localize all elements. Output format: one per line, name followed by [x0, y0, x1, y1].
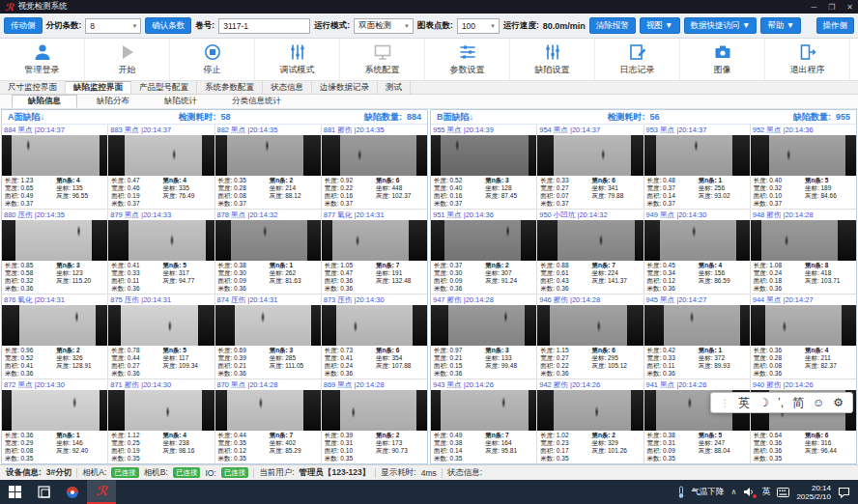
defect-card[interactable]: 944 黑点 |20:14:27 长度: 0.36 宽度: 0.28 面积: 0… [751, 294, 856, 378]
roll-input[interactable]: 3117-1 [218, 18, 310, 34]
defect-card[interactable]: 874 压伤 |20:14:31 长度: 0.69 宽度: 0.39 面积: 0… [215, 294, 321, 378]
defect-image[interactable] [215, 305, 321, 346]
defect-image[interactable] [537, 135, 643, 176]
defect-card[interactable]: 946 擦伤 |20:14:28 长度: 1.15 宽度: 0.27 面积: 0… [537, 294, 643, 378]
ribbon-button-play[interactable]: 开始 [85, 39, 170, 80]
defect-image[interactable] [431, 305, 536, 346]
clear-alarm-button[interactable]: 清除报警 [589, 17, 636, 34]
drive-side-button[interactable]: 传动侧 [4, 17, 43, 34]
ribbon-button-debug[interactable]: 调试模式 [255, 39, 340, 80]
maximize-button[interactable]: ❐ [828, 3, 835, 12]
ime-simplified[interactable]: 简 [792, 395, 804, 411]
defect-image[interactable] [215, 135, 321, 176]
tab-1[interactable]: 缺陷监控界面 [66, 81, 131, 94]
defect-card[interactable]: 884 黑点 |20:14:37 长度: 1.23 宽度: 0.65 面积: 0… [2, 125, 107, 209]
defect-image[interactable] [2, 390, 107, 431]
ribbon-button-monitor[interactable]: 系统配置 [340, 39, 425, 80]
sound-tray-button[interactable] [743, 487, 755, 497]
taskbar-clock[interactable]: 20:14 2025/2/10 [796, 484, 831, 501]
defect-card[interactable]: 877 氧化 |20:14:31 长度: 1.05 宽度: 0.47 面积: 0… [322, 210, 427, 294]
defect-image[interactable] [751, 220, 856, 261]
defect-card[interactable]: 871 擦伤 |20:14:30 长度: 1.12 宽度: 0.25 面积: 0… [108, 379, 214, 463]
defect-card[interactable]: 879 黑点 |20:14:33 长度: 0.41 宽度: 0.33 面积: 0… [108, 210, 214, 294]
app-taskbar-button[interactable]: ℛ [87, 480, 116, 504]
touch-keyboard-icon[interactable] [777, 488, 789, 497]
data-access-menu-button[interactable]: 数据快捷访问 ▼ [684, 17, 758, 34]
defect-card[interactable]: 875 压伤 |20:14:31 长度: 0.78 宽度: 0.44 面积: 0… [108, 294, 214, 378]
tab-3[interactable]: 系统参数配置 [197, 81, 263, 94]
defect-image[interactable] [537, 220, 643, 261]
defect-card[interactable]: 947 擦伤 |20:14:28 长度: 0.97 宽度: 0.21 面积: 0… [431, 294, 536, 378]
defect-image[interactable] [108, 305, 214, 346]
defect-image[interactable] [322, 135, 427, 176]
defect-image[interactable] [644, 135, 750, 176]
ime-lang-en[interactable]: 英 [738, 395, 750, 411]
defect-card[interactable]: 945 黑点 |20:14:27 长度: 0.42 宽度: 0.33 面积: 0… [644, 294, 750, 378]
defect-image[interactable] [2, 135, 107, 176]
defect-card[interactable]: 942 擦伤 |20:14:26 长度: 1.02 宽度: 0.23 面积: 0… [537, 379, 643, 463]
run-mode-select[interactable]: 双面检测 ▼ [354, 18, 414, 34]
ribbon-button-camera[interactable]: 图像 [680, 39, 765, 80]
confirm-count-button[interactable]: 确认条数 [145, 17, 191, 34]
defect-card[interactable]: 952 黑点 |20:14:36 长度: 0.40 宽度: 0.32 面积: 0… [751, 125, 856, 209]
action-center-icon[interactable] [838, 487, 850, 498]
ime-emoji-icon[interactable]: ☺ [813, 396, 824, 409]
defect-card[interactable]: 881 擦伤 |20:14:35 长度: 0.92 宽度: 0.22 面积: 0… [322, 125, 427, 209]
defect-image[interactable] [431, 390, 536, 431]
defect-card[interactable]: 950 小凹坑 |20:14:32 长度: 0.88 宽度: 0.61 面积: … [537, 210, 643, 294]
ime-language-indicator[interactable]: 英 [761, 486, 770, 498]
defect-card[interactable]: 955 黑点 |20:14:39 长度: 0.52 宽度: 0.40 面积: 0… [431, 125, 536, 209]
defect-card[interactable]: 949 黑点 |20:14:30 长度: 0.45 宽度: 0.34 面积: 0… [644, 210, 750, 294]
defect-image[interactable] [2, 220, 107, 261]
ime-moon-icon[interactable]: ☽ [758, 396, 769, 409]
defect-image[interactable] [431, 135, 536, 176]
defect-image[interactable] [322, 305, 427, 346]
subtab-0[interactable]: 缺陷信息 [12, 95, 77, 108]
defect-card[interactable]: 870 黑点 |20:14:28 长度: 0.44 宽度: 0.35 面积: 0… [215, 379, 321, 463]
defect-image[interactable] [537, 390, 643, 431]
subtab-3[interactable]: 分类信息统计 [216, 95, 297, 108]
defect-image[interactable] [108, 135, 214, 176]
ribbon-button-stop[interactable]: 停止 [170, 39, 255, 80]
defect-card[interactable]: 953 黑点 |20:14:37 长度: 0.48 宽度: 0.37 面积: 0… [644, 125, 750, 209]
defect-image[interactable] [2, 305, 107, 346]
ribbon-button-params[interactable]: 参数设置 [425, 39, 510, 80]
start-button[interactable] [0, 480, 29, 504]
tab-6[interactable]: 测试 [378, 81, 411, 94]
subtab-2[interactable]: 缺陷统计 [149, 95, 213, 108]
defect-image[interactable] [215, 220, 321, 261]
panel-title[interactable]: B面缺陷↓ [437, 111, 473, 124]
defect-card[interactable]: 948 擦伤 |20:14:28 长度: 1.08 宽度: 0.24 面积: 0… [751, 210, 856, 294]
defect-image[interactable] [108, 220, 214, 261]
defect-image[interactable] [322, 390, 427, 431]
tab-2[interactable]: 产品型号配置 [131, 81, 197, 94]
defect-card[interactable]: 880 压伤 |20:14:35 长度: 0.85 宽度: 0.58 面积: 0… [2, 210, 107, 294]
browser-taskbar-button[interactable] [58, 480, 87, 504]
defect-image[interactable] [644, 305, 750, 346]
ribbon-button-user[interactable]: 管理登录 [0, 39, 85, 80]
defect-card[interactable]: 878 黑点 |20:14:32 长度: 0.38 宽度: 0.30 面积: 0… [215, 210, 321, 294]
ime-grip-handle[interactable]: ⋮ [720, 398, 729, 408]
defect-image[interactable] [215, 390, 321, 431]
defect-card[interactable]: 954 黑点 |20:14:37 长度: 0.33 宽度: 0.27 面积: 0… [537, 125, 643, 209]
show-hidden-icons-button[interactable]: ∧ [731, 488, 737, 496]
weather-text[interactable]: 气温下降 [692, 487, 725, 498]
help-menu-button[interactable]: 帮助 ▼ [760, 17, 801, 34]
defect-card[interactable]: 872 黑点 |20:14:30 长度: 0.36 宽度: 0.29 面积: 0… [2, 379, 107, 463]
defect-card[interactable]: 882 黑点 |20:14:35 长度: 0.35 宽度: 0.28 面积: 0… [215, 125, 321, 209]
ime-settings-icon[interactable]: ⚙ [833, 396, 844, 409]
view-menu-button[interactable]: 视图 ▼ [640, 17, 680, 34]
ime-punct[interactable]: ’, [778, 396, 784, 409]
operate-side-button[interactable]: 操作侧 [816, 17, 855, 34]
defect-image[interactable] [751, 305, 856, 346]
defect-card[interactable]: 943 黑点 |20:14:26 长度: 0.49 宽度: 0.38 面积: 0… [431, 379, 536, 463]
ribbon-button-defect[interactable]: 缺陷设置 [510, 39, 595, 80]
defect-card[interactable]: 876 氧化 |20:14:31 长度: 0.96 宽度: 0.52 面积: 0… [2, 294, 107, 378]
defect-image[interactable] [431, 220, 536, 261]
close-button[interactable]: ✕ [846, 3, 853, 12]
ribbon-button-exit[interactable]: 退出程序 [765, 39, 850, 80]
slit-count-select[interactable]: 8 ▼ [85, 18, 141, 34]
panel-title[interactable]: A面缺陷↓ [8, 111, 44, 124]
defect-image[interactable] [644, 220, 750, 261]
tab-5[interactable]: 边缘数据记录 [312, 81, 378, 94]
